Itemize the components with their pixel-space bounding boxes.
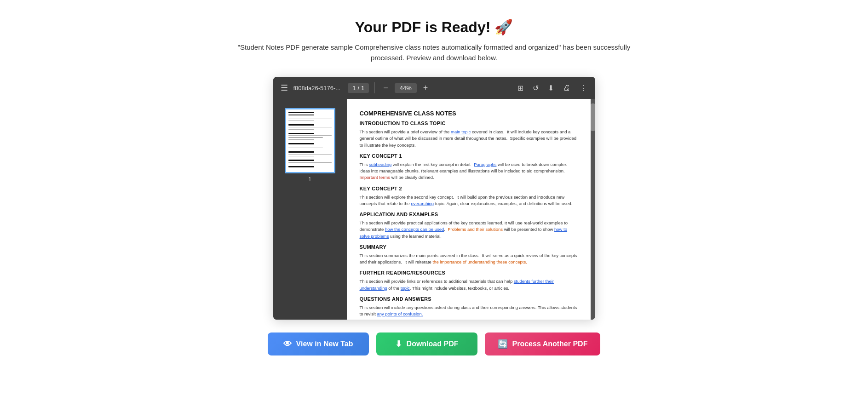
page-indicator: 1 / 1: [348, 83, 369, 93]
pdf-scrollbar[interactable]: [591, 99, 595, 320]
thumbnail-item-1[interactable]: 1: [285, 108, 335, 183]
zoom-in-button[interactable]: +: [420, 81, 431, 95]
section-body-3: This section will provide practical appl…: [360, 220, 578, 240]
section-heading-6: QUESTIONS AND ANSWERS: [360, 296, 578, 302]
section-body-6: This section will include any questions …: [360, 304, 578, 318]
section-body-2: This section will explore the second key…: [360, 194, 578, 207]
section-body-4: This section summarizes the main points …: [360, 252, 578, 266]
thumbnail-page-1: [285, 108, 335, 173]
print-icon[interactable]: 🖨: [560, 82, 573, 94]
pdf-viewer: ☰ f808da26-5176-... 1 / 1 − 44% + ⊞ ↺ ⬇ …: [273, 77, 595, 320]
thumbnail-number: 1: [308, 176, 311, 183]
pdf-main-view: COMPREHENSIVE CLASS NOTES INTRODUCTION T…: [347, 99, 591, 320]
toolbar-divider: [374, 82, 375, 93]
download-icon[interactable]: ⬇: [545, 82, 557, 94]
section-heading-2: KEY CONCEPT 2: [360, 186, 578, 191]
download-pdf-icon: ⬇: [395, 339, 402, 349]
process-another-icon: 🔄: [498, 339, 508, 349]
section-body-5: This section will provide links or refer…: [360, 278, 578, 292]
menu-icon[interactable]: ☰: [279, 81, 290, 95]
zoom-value: 44%: [395, 83, 417, 93]
page-subtitle: "Student Notes PDF generate sample Compr…: [227, 42, 641, 63]
pdf-scrollbar-thumb[interactable]: [591, 103, 595, 131]
page-separator: /: [357, 85, 359, 92]
page-title: Your PDF is Ready! 🚀: [355, 18, 513, 36]
process-another-button[interactable]: 🔄 Process Another PDF: [485, 332, 601, 355]
section-heading-0: INTRODUCTION TO CLASS TOPIC: [360, 120, 578, 126]
section-body-0: This section will provide a brief overvi…: [360, 129, 578, 149]
more-options-icon[interactable]: ⋮: [577, 82, 590, 94]
section-heading-1: KEY CONCEPT 1: [360, 153, 578, 159]
rotate-icon[interactable]: ↺: [530, 82, 541, 94]
process-another-label: Process Another PDF: [512, 340, 588, 348]
view-tab-label: View in New Tab: [296, 340, 353, 348]
sidebar-toggle-icon[interactable]: ⊞: [515, 82, 526, 94]
page-total: 1: [361, 85, 364, 92]
view-tab-icon: 👁: [283, 339, 292, 349]
zoom-out-button[interactable]: −: [380, 81, 391, 95]
view-in-new-tab-button[interactable]: 👁 View in New Tab: [268, 332, 369, 355]
page-current: 1: [352, 85, 356, 92]
pdf-toolbar: ☰ f808da26-5176-... 1 / 1 − 44% + ⊞ ↺ ⬇ …: [273, 77, 595, 99]
pdf-thumbnails-sidebar: 1: [273, 99, 347, 320]
toolbar-filename: f808da26-5176-...: [293, 85, 341, 92]
download-pdf-label: Download PDF: [407, 340, 459, 348]
section-heading-3: APPLICATION AND EXAMPLES: [360, 212, 578, 217]
section-heading-4: SUMMARY: [360, 244, 578, 250]
section-heading-5: FURTHER READING/RESOURCES: [360, 270, 578, 275]
pdf-document-title: COMPREHENSIVE CLASS NOTES: [360, 110, 578, 117]
section-body-1: This subheading will explain the first k…: [360, 161, 578, 181]
download-pdf-button[interactable]: ⬇ Download PDF: [376, 332, 477, 355]
pdf-page-content: COMPREHENSIVE CLASS NOTES INTRODUCTION T…: [347, 99, 591, 320]
action-buttons: 👁 View in New Tab ⬇ Download PDF 🔄 Proce…: [268, 332, 601, 355]
pdf-content-area: 1 COMPREHENSIVE CLASS NOTES INTRODUCTION…: [273, 99, 595, 320]
